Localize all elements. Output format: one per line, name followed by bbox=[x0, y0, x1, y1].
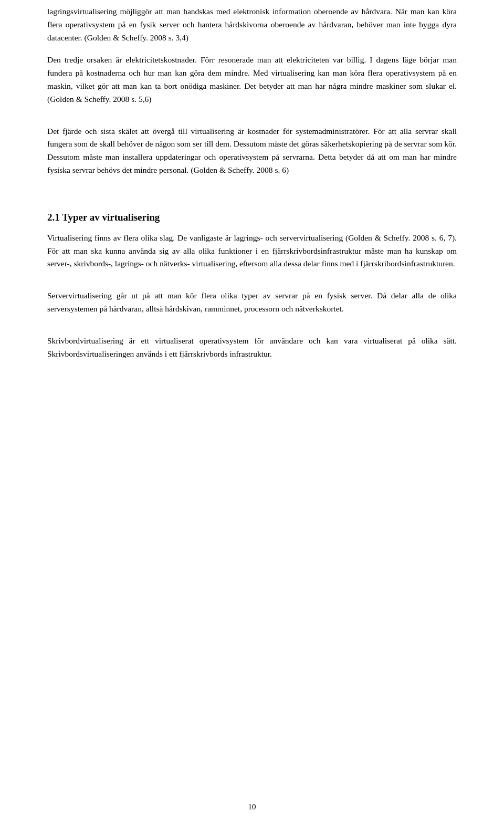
spacer-4 bbox=[47, 325, 457, 335]
paragraph-4: Virtualisering finns av flera olika slag… bbox=[47, 232, 457, 270]
spacer-3 bbox=[47, 280, 457, 289]
page-footer: 10 bbox=[0, 803, 504, 811]
paragraph-3: Det fjärde och sista skälet att övergå t… bbox=[47, 125, 457, 177]
spacer-1 bbox=[47, 116, 457, 125]
page-container: lagringsvirtualisering möjliggör att man… bbox=[0, 0, 504, 822]
page-number: 10 bbox=[248, 803, 256, 811]
paragraph-2: Den tredje orsaken är elektricitetskostn… bbox=[47, 54, 457, 106]
paragraph-6: Skrivbordvirtualisering är ett virtualis… bbox=[47, 335, 457, 361]
section-heading-2-1: 2.1 Typer av virtualisering bbox=[47, 212, 457, 223]
paragraph-1: lagringsvirtualisering möjliggör att man… bbox=[47, 5, 457, 44]
spacer-2 bbox=[47, 186, 457, 196]
paragraph-5: Servervirtualisering går ut på att man k… bbox=[47, 289, 457, 316]
